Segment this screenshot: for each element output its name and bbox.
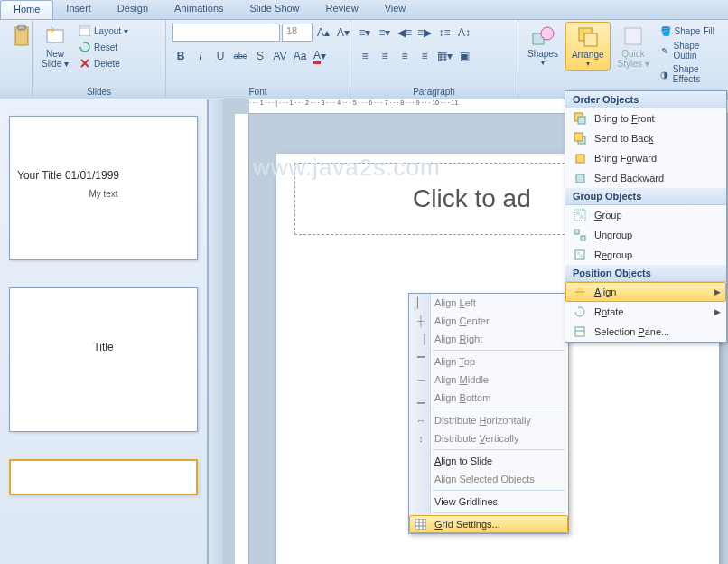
align-right-item[interactable]: ▕Align Right xyxy=(409,330,568,348)
slide-thumbnail-3[interactable] xyxy=(9,459,198,495)
align-left-button[interactable]: ≡ xyxy=(356,47,374,65)
group-item[interactable]: Group xyxy=(565,205,726,225)
shrink-font-button[interactable]: A▾ xyxy=(334,24,352,42)
selection-pane-item[interactable]: Selection Pane... xyxy=(565,322,726,342)
decrease-indent-button[interactable]: ◀≡ xyxy=(396,24,414,42)
columns-button[interactable]: ▦▾ xyxy=(435,47,453,65)
align-top-item[interactable]: ▔Align Top xyxy=(409,352,568,371)
tab-design[interactable]: Design xyxy=(105,0,162,19)
shapes-button[interactable]: Shapes▾ xyxy=(522,22,564,69)
selection-pane-icon xyxy=(571,324,589,339)
font-family-combo[interactable] xyxy=(172,24,280,42)
thumb-title: Your Title 01/01/1999 xyxy=(17,169,190,182)
strike-button[interactable]: abc xyxy=(231,47,249,65)
new-slide-icon xyxy=(42,24,68,49)
shadow-button[interactable]: S xyxy=(251,47,269,65)
delete-button[interactable]: Delete xyxy=(76,56,131,70)
shape-outline-button[interactable]: ✎Shape Outlin xyxy=(657,40,724,61)
tab-home[interactable]: Home xyxy=(0,0,53,19)
delete-icon xyxy=(79,57,91,70)
align-bottom-item[interactable]: ▁Align Bottom xyxy=(409,389,568,407)
send-backward-item[interactable]: Send Backward xyxy=(565,168,726,188)
svg-rect-9 xyxy=(625,28,641,44)
view-gridlines-item[interactable]: View Gridlines xyxy=(409,493,568,511)
slide-thumbnail-1[interactable]: Your Title 01/01/1999 My text xyxy=(9,116,198,260)
font-color-button[interactable]: A▾ xyxy=(311,47,329,65)
distribute-horizontally-item[interactable]: ↔Distribute Horizontally xyxy=(409,411,568,429)
tab-review[interactable]: Review xyxy=(313,0,372,19)
svg-rect-25 xyxy=(577,287,583,290)
align-right-icon: ▕ xyxy=(413,333,429,345)
rotate-submenu-item[interactable]: Rotate▶ xyxy=(565,302,726,322)
svg-rect-11 xyxy=(578,117,585,124)
svg-rect-29 xyxy=(415,519,426,530)
align-center-button[interactable]: ≡ xyxy=(376,47,394,65)
bring-forward-item[interactable]: Bring Forward xyxy=(565,148,726,168)
reset-button[interactable]: Reset xyxy=(76,40,131,54)
numbering-button[interactable]: ≡▾ xyxy=(376,24,394,42)
order-objects-header: Order Objects xyxy=(565,91,726,108)
grow-font-button[interactable]: A▴ xyxy=(314,24,332,42)
arrange-button[interactable]: Arrange▾ xyxy=(565,22,611,70)
underline-button[interactable]: U xyxy=(211,47,229,65)
justify-button[interactable]: ≡ xyxy=(415,47,434,65)
svg-rect-23 xyxy=(580,255,583,258)
send-backward-icon xyxy=(571,171,589,185)
align-selected-objects-item[interactable]: Align Selected Objects xyxy=(409,470,568,488)
new-slide-button[interactable]: NewSlide ▾ xyxy=(36,22,74,70)
align-left-item[interactable]: ▏Align Left xyxy=(409,294,568,312)
align-center-item[interactable]: ┼Align Center xyxy=(409,312,568,330)
align-to-slide-item[interactable]: Align to Slide xyxy=(409,452,568,470)
reset-icon xyxy=(79,41,91,53)
tab-animations[interactable]: Animations xyxy=(162,0,237,19)
align-middle-item[interactable]: ─Align Middle xyxy=(409,371,568,389)
layout-button[interactable]: Layout ▾ xyxy=(76,24,131,38)
align-bottom-icon: ▁ xyxy=(413,391,429,404)
shapes-icon xyxy=(530,24,555,49)
shape-effects-button[interactable]: ◑Shape Effects xyxy=(657,63,724,85)
tab-view[interactable]: View xyxy=(372,0,420,19)
align-submenu-item[interactable]: Align▶ xyxy=(565,282,726,302)
regroup-icon xyxy=(571,248,589,262)
tab-slideshow[interactable]: Slide Show xyxy=(238,0,313,19)
distribute-vertically-item[interactable]: ↕Distribute Vertically xyxy=(409,429,568,447)
send-back-icon xyxy=(571,131,589,146)
bullets-button[interactable]: ≡▾ xyxy=(356,24,374,42)
change-case-button[interactable]: Aa xyxy=(291,47,309,65)
shape-fill-button[interactable]: 🪣Shape Fill xyxy=(657,24,724,38)
italic-button[interactable]: I xyxy=(191,47,210,65)
bucket-icon: 🪣 xyxy=(659,24,672,37)
position-objects-header: Position Objects xyxy=(565,265,726,282)
dist-v-icon: ↕ xyxy=(413,432,429,445)
watermark: www.java2s.com xyxy=(253,154,441,182)
convert-smartart-button[interactable]: ▣ xyxy=(455,47,473,65)
tab-insert[interactable]: Insert xyxy=(53,0,105,19)
group-paragraph-label: Paragraph xyxy=(350,86,518,99)
line-spacing-button[interactable]: ↕≡ xyxy=(435,24,453,42)
slide-thumbnail-2[interactable]: Title xyxy=(9,287,198,432)
ungroup-icon xyxy=(571,228,589,242)
svg-rect-17 xyxy=(576,212,580,215)
text-direction-button[interactable]: A↕ xyxy=(455,24,473,42)
align-right-button[interactable]: ≡ xyxy=(396,47,414,65)
outline-pane: Outline✕ Your Title 01/01/1999 My text T… xyxy=(0,99,208,564)
vertical-ruler xyxy=(235,114,249,564)
quick-styles-button[interactable]: QuickStyles ▾ xyxy=(612,22,655,70)
dist-h-icon: ↔ xyxy=(413,414,429,427)
svg-rect-2 xyxy=(47,30,63,42)
ungroup-item[interactable]: Ungroup xyxy=(565,225,726,245)
svg-rect-8 xyxy=(584,33,597,46)
outline-scrollbar[interactable] xyxy=(208,99,222,564)
group-slides-label: Slides xyxy=(33,86,165,99)
char-spacing-button[interactable]: AV xyxy=(271,47,289,65)
group-objects-header: Group Objects xyxy=(565,188,726,205)
regroup-item[interactable]: Regroup xyxy=(565,245,726,265)
svg-rect-19 xyxy=(574,230,579,234)
increase-indent-button[interactable]: ≡▶ xyxy=(415,24,434,42)
send-to-back-item[interactable]: Send to Back xyxy=(565,128,726,148)
bring-to-front-item[interactable]: Bring to Front xyxy=(565,108,726,128)
font-size-combo[interactable]: 18 xyxy=(282,24,313,42)
grid-settings-item[interactable]: Grid Settings... xyxy=(409,515,568,533)
ribbon-tabs: Home Insert Design Animations Slide Show… xyxy=(0,0,728,20)
bold-button[interactable]: B xyxy=(172,47,190,65)
